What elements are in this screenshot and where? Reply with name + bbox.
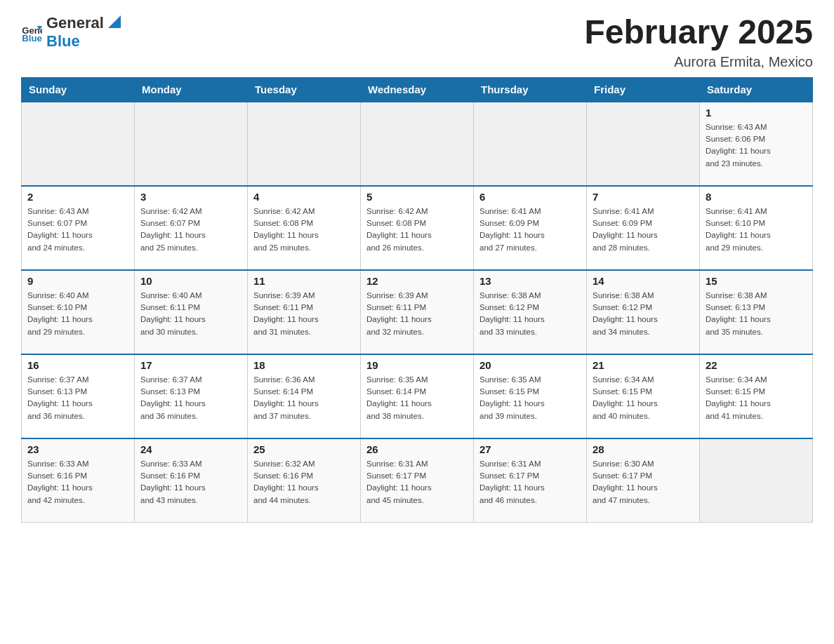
calendar-cell bbox=[361, 102, 474, 186]
calendar-cell bbox=[22, 102, 135, 186]
calendar-cell: 4Sunrise: 6:42 AMSunset: 6:08 PMDaylight… bbox=[248, 186, 361, 270]
day-number: 8 bbox=[706, 191, 807, 203]
day-of-week-header: Saturday bbox=[700, 77, 813, 102]
day-info: Sunrise: 6:35 AMSunset: 6:15 PMDaylight:… bbox=[479, 374, 581, 422]
day-number: 22 bbox=[706, 359, 807, 371]
day-number: 13 bbox=[479, 275, 581, 287]
calendar-cell: 23Sunrise: 6:33 AMSunset: 6:16 PMDayligh… bbox=[22, 438, 135, 523]
calendar-cell: 16Sunrise: 6:37 AMSunset: 6:13 PMDayligh… bbox=[22, 354, 135, 438]
day-number: 24 bbox=[140, 443, 241, 455]
calendar-week-row: 1Sunrise: 6:43 AMSunset: 6:06 PMDaylight… bbox=[22, 102, 813, 186]
day-number: 1 bbox=[706, 107, 807, 119]
title-block: February 2025 Aurora Ermita, Mexico bbox=[584, 14, 813, 70]
calendar-cell: 11Sunrise: 6:39 AMSunset: 6:11 PMDayligh… bbox=[248, 270, 361, 354]
logo-icon: General Blue bbox=[21, 22, 42, 43]
calendar-cell: 10Sunrise: 6:40 AMSunset: 6:11 PMDayligh… bbox=[135, 270, 248, 354]
day-number: 15 bbox=[706, 275, 807, 287]
calendar-table: SundayMondayTuesdayWednesdayThursdayFrid… bbox=[21, 77, 813, 523]
calendar-cell bbox=[700, 438, 813, 523]
day-info: Sunrise: 6:36 AMSunset: 6:14 PMDaylight:… bbox=[253, 374, 355, 422]
calendar-cell: 9Sunrise: 6:40 AMSunset: 6:10 PMDaylight… bbox=[22, 270, 135, 354]
calendar-cell: 14Sunrise: 6:38 AMSunset: 6:12 PMDayligh… bbox=[587, 270, 700, 354]
day-number: 12 bbox=[366, 275, 468, 287]
calendar-week-row: 16Sunrise: 6:37 AMSunset: 6:13 PMDayligh… bbox=[22, 354, 813, 438]
day-number: 20 bbox=[479, 359, 581, 371]
calendar-cell: 7Sunrise: 6:41 AMSunset: 6:09 PMDaylight… bbox=[587, 186, 700, 270]
day-info: Sunrise: 6:38 AMSunset: 6:13 PMDaylight:… bbox=[706, 290, 807, 338]
calendar-cell: 5Sunrise: 6:42 AMSunset: 6:08 PMDaylight… bbox=[361, 186, 474, 270]
day-info: Sunrise: 6:41 AMSunset: 6:09 PMDaylight:… bbox=[593, 206, 694, 254]
calendar-cell: 12Sunrise: 6:39 AMSunset: 6:11 PMDayligh… bbox=[361, 270, 474, 354]
day-number: 4 bbox=[253, 191, 355, 203]
day-number: 7 bbox=[593, 191, 694, 203]
calendar-cell: 22Sunrise: 6:34 AMSunset: 6:15 PMDayligh… bbox=[700, 354, 813, 438]
calendar-week-row: 23Sunrise: 6:33 AMSunset: 6:16 PMDayligh… bbox=[22, 438, 813, 523]
calendar-cell bbox=[587, 102, 700, 186]
calendar-cell: 13Sunrise: 6:38 AMSunset: 6:12 PMDayligh… bbox=[474, 270, 587, 354]
day-number: 26 bbox=[366, 443, 468, 455]
calendar-cell: 8Sunrise: 6:41 AMSunset: 6:10 PMDaylight… bbox=[700, 186, 813, 270]
day-number: 16 bbox=[27, 359, 128, 371]
calendar-cell: 26Sunrise: 6:31 AMSunset: 6:17 PMDayligh… bbox=[361, 438, 474, 523]
day-of-week-header: Tuesday bbox=[248, 77, 361, 102]
day-number: 5 bbox=[366, 191, 468, 203]
day-number: 17 bbox=[140, 359, 241, 371]
day-info: Sunrise: 6:41 AMSunset: 6:10 PMDaylight:… bbox=[706, 206, 807, 254]
day-number: 9 bbox=[27, 275, 128, 287]
calendar-cell: 18Sunrise: 6:36 AMSunset: 6:14 PMDayligh… bbox=[248, 354, 361, 438]
location-text: Aurora Ermita, Mexico bbox=[584, 54, 813, 70]
calendar-week-row: 9Sunrise: 6:40 AMSunset: 6:10 PMDaylight… bbox=[22, 270, 813, 354]
calendar-cell: 2Sunrise: 6:43 AMSunset: 6:07 PMDaylight… bbox=[22, 186, 135, 270]
day-info: Sunrise: 6:41 AMSunset: 6:09 PMDaylight:… bbox=[479, 206, 581, 254]
calendar-cell: 25Sunrise: 6:32 AMSunset: 6:16 PMDayligh… bbox=[248, 438, 361, 523]
day-number: 11 bbox=[253, 275, 355, 287]
day-of-week-header: Monday bbox=[135, 77, 248, 102]
day-number: 28 bbox=[593, 443, 694, 455]
day-of-week-header: Thursday bbox=[474, 77, 587, 102]
logo-general-text: General bbox=[46, 14, 104, 32]
logo-blue-text: Blue bbox=[46, 32, 80, 50]
month-title: February 2025 bbox=[584, 14, 813, 51]
day-number: 3 bbox=[140, 191, 241, 203]
day-info: Sunrise: 6:38 AMSunset: 6:12 PMDaylight:… bbox=[593, 290, 694, 338]
day-info: Sunrise: 6:32 AMSunset: 6:16 PMDaylight:… bbox=[253, 458, 355, 507]
day-info: Sunrise: 6:31 AMSunset: 6:17 PMDaylight:… bbox=[479, 458, 581, 507]
logo-triangle-icon bbox=[105, 15, 121, 31]
calendar-cell: 6Sunrise: 6:41 AMSunset: 6:09 PMDaylight… bbox=[474, 186, 587, 270]
svg-text:Blue: Blue bbox=[22, 33, 42, 43]
day-number: 10 bbox=[140, 275, 241, 287]
day-info: Sunrise: 6:43 AMSunset: 6:07 PMDaylight:… bbox=[27, 206, 128, 254]
day-info: Sunrise: 6:40 AMSunset: 6:10 PMDaylight:… bbox=[27, 290, 128, 338]
calendar-cell bbox=[248, 102, 361, 186]
day-info: Sunrise: 6:40 AMSunset: 6:11 PMDaylight:… bbox=[140, 290, 241, 338]
day-of-week-header: Sunday bbox=[22, 77, 135, 102]
calendar-cell: 3Sunrise: 6:42 AMSunset: 6:07 PMDaylight… bbox=[135, 186, 248, 270]
day-info: Sunrise: 6:42 AMSunset: 6:08 PMDaylight:… bbox=[253, 206, 355, 254]
calendar-cell: 21Sunrise: 6:34 AMSunset: 6:15 PMDayligh… bbox=[587, 354, 700, 438]
day-info: Sunrise: 6:42 AMSunset: 6:07 PMDaylight:… bbox=[140, 206, 241, 254]
calendar-cell: 17Sunrise: 6:37 AMSunset: 6:13 PMDayligh… bbox=[135, 354, 248, 438]
day-info: Sunrise: 6:34 AMSunset: 6:15 PMDaylight:… bbox=[706, 374, 807, 422]
day-number: 27 bbox=[479, 443, 581, 455]
calendar-cell: 28Sunrise: 6:30 AMSunset: 6:17 PMDayligh… bbox=[587, 438, 700, 523]
calendar-cell: 1Sunrise: 6:43 AMSunset: 6:06 PMDaylight… bbox=[700, 102, 813, 186]
day-info: Sunrise: 6:37 AMSunset: 6:13 PMDaylight:… bbox=[27, 374, 128, 422]
calendar-cell bbox=[135, 102, 248, 186]
day-info: Sunrise: 6:39 AMSunset: 6:11 PMDaylight:… bbox=[253, 290, 355, 338]
day-number: 18 bbox=[253, 359, 355, 371]
day-of-week-header: Friday bbox=[587, 77, 700, 102]
calendar-cell: 20Sunrise: 6:35 AMSunset: 6:15 PMDayligh… bbox=[474, 354, 587, 438]
page-header: General Blue General Blue February 2025 … bbox=[21, 14, 813, 70]
day-info: Sunrise: 6:37 AMSunset: 6:13 PMDaylight:… bbox=[140, 374, 241, 422]
calendar-header-row: SundayMondayTuesdayWednesdayThursdayFrid… bbox=[22, 77, 813, 102]
day-number: 19 bbox=[366, 359, 468, 371]
day-info: Sunrise: 6:42 AMSunset: 6:08 PMDaylight:… bbox=[366, 206, 468, 254]
day-number: 21 bbox=[593, 359, 694, 371]
day-number: 14 bbox=[593, 275, 694, 287]
calendar-cell: 19Sunrise: 6:35 AMSunset: 6:14 PMDayligh… bbox=[361, 354, 474, 438]
calendar-cell: 27Sunrise: 6:31 AMSunset: 6:17 PMDayligh… bbox=[474, 438, 587, 523]
day-of-week-header: Wednesday bbox=[361, 77, 474, 102]
logo: General Blue General Blue bbox=[21, 14, 122, 51]
day-info: Sunrise: 6:33 AMSunset: 6:16 PMDaylight:… bbox=[140, 458, 241, 507]
day-info: Sunrise: 6:33 AMSunset: 6:16 PMDaylight:… bbox=[27, 458, 128, 507]
